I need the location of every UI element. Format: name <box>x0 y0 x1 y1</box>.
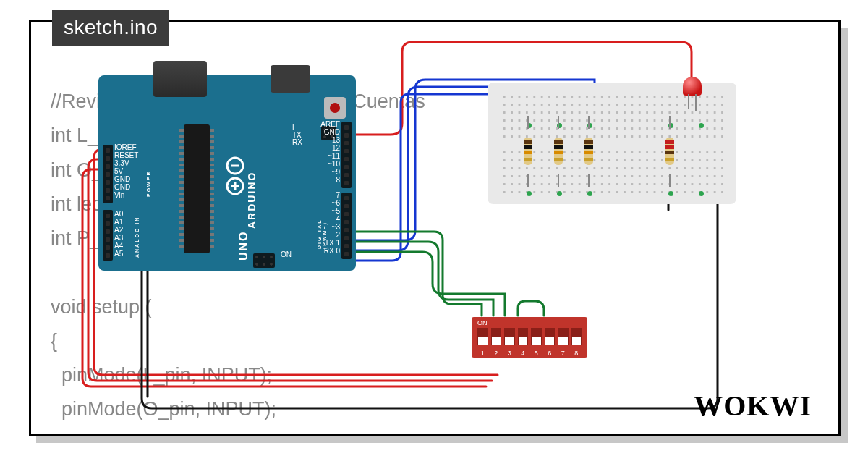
analog-header[interactable] <box>103 210 113 261</box>
resistor-10k[interactable] <box>554 129 563 174</box>
analog-section-label: ANALOG IN <box>135 216 140 258</box>
arduino-brand: ARDUINO <box>246 172 258 229</box>
dip-slot-6[interactable] <box>545 328 556 345</box>
breadboard-dot <box>527 191 532 196</box>
analog-pin-labels: A0 A1 A2 A3 A4 A5 <box>114 210 123 258</box>
dip-slot-1[interactable] <box>477 328 488 345</box>
board-name: UNO <box>237 230 250 261</box>
digital-section-label: DIGITAL (PWM~) <box>317 210 327 249</box>
breadboard-dot <box>587 191 592 196</box>
power-pin-labels: IOREF RESET 3.3V 5V GND GND Vin <box>114 143 138 199</box>
usb-port <box>153 61 207 97</box>
digital-pin-labels-a: AREF GND 13 12 ~11 ~10 ~9 8 <box>320 120 340 184</box>
digital-header-b[interactable] <box>341 193 352 259</box>
tx-rx-l-labels: L TX RX <box>292 124 302 146</box>
atmega-chip <box>184 124 210 253</box>
reset-button[interactable] <box>324 97 346 119</box>
dip-on-label: ON <box>477 319 488 326</box>
dip-slot-7[interactable] <box>558 328 569 345</box>
dip-slot-3[interactable] <box>504 328 515 345</box>
dip-slot-5[interactable] <box>531 328 542 345</box>
arduino-uno[interactable]: IOREF RESET 3.3V 5V GND GND Vin A0 A1 A2… <box>98 75 356 271</box>
diagram-stage[interactable]: IOREF RESET 3.3V 5V GND GND Vin A0 A1 A2… <box>29 20 841 436</box>
on-led-label: ON <box>281 250 292 258</box>
dip-slot-8[interactable] <box>571 328 582 345</box>
wokwi-logo: WOKWI <box>694 389 812 423</box>
led-cathode <box>688 94 689 109</box>
dip-slot-4[interactable] <box>518 328 529 345</box>
breadboard-dot <box>557 191 562 196</box>
dip-slot-2[interactable] <box>491 328 502 345</box>
dip-numbers: 12345678 <box>477 350 582 357</box>
resistor-10k[interactable] <box>584 129 593 174</box>
breadboard-dot <box>699 123 704 128</box>
breadboard-dot <box>699 191 704 196</box>
dip-switch-8[interactable]: ON 12345678 <box>472 317 587 358</box>
power-header[interactable] <box>103 145 113 203</box>
dip-slots[interactable] <box>477 328 582 345</box>
power-section-label: POWER <box>146 171 151 197</box>
breadboard-dot <box>668 191 673 196</box>
led-anode <box>695 94 697 111</box>
arduino-logo-icon <box>223 155 247 198</box>
resistor-220[interactable] <box>665 129 674 174</box>
dc-jack <box>271 65 310 93</box>
digital-header-a[interactable] <box>341 122 352 188</box>
resistor-10k[interactable] <box>524 129 532 174</box>
icsp-header <box>253 253 275 268</box>
led-red[interactable] <box>683 77 702 103</box>
led-bulb <box>683 77 702 96</box>
